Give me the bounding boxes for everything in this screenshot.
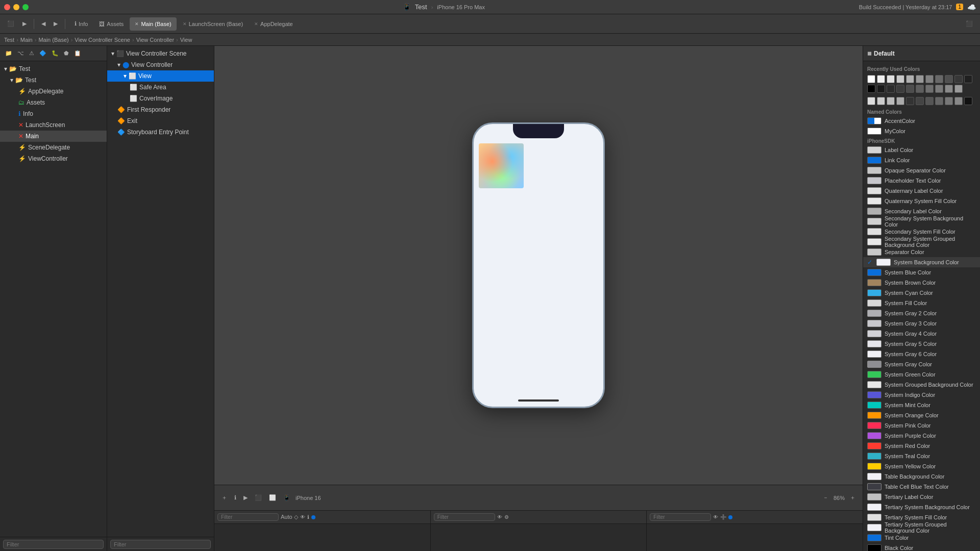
nav-filter-input[interactable]: [3, 540, 104, 549]
canvas-run-button[interactable]: ▶: [241, 493, 250, 502]
tab-appdelegate[interactable]: ✕ AppDelegate: [249, 17, 298, 31]
color-opaque-sep[interactable]: Opaque Separator Color: [863, 165, 980, 176]
swatch-row2-4[interactable]: [896, 97, 904, 105]
color-system-gray6[interactable]: System Gray 6 Color: [863, 349, 980, 359]
maximize-button[interactable]: [22, 4, 29, 10]
right-panel-btn1[interactable]: 👁: [713, 514, 718, 520]
color-tertiary-grouped-bg[interactable]: Tertiary System Grouped Background Color: [863, 522, 980, 533]
canvas-info-button[interactable]: ℹ: [232, 493, 238, 502]
color-system-mint[interactable]: System Mint Color: [863, 400, 980, 410]
swatch-black[interactable]: [867, 85, 875, 93]
swatch-row2-8[interactable]: [935, 97, 943, 105]
color-tertiary-bg[interactable]: Tertiary System Background Color: [863, 502, 980, 512]
color-label-color[interactable]: Label Color: [863, 145, 980, 155]
swatch-4[interactable]: [906, 75, 914, 83]
outline-exit[interactable]: 🔶 Exit: [107, 115, 214, 127]
outline-vc-scene[interactable]: ▾ ⬛ View Controller Scene: [107, 48, 214, 59]
mid-panel-btn2[interactable]: ⚙: [504, 514, 509, 520]
color-tertiary-fill[interactable]: Tertiary System Fill Color: [863, 512, 980, 522]
nav-item-appdelegate[interactable]: ⚡ AppDelegate: [0, 86, 107, 97]
nav-item-assets[interactable]: 🗂 Assets: [0, 97, 107, 108]
color-system-teal[interactable]: System Teal Color: [863, 451, 980, 461]
nav-item-viewcontroller[interactable]: ⚡ ViewController: [0, 153, 107, 164]
mid-panel-btn1[interactable]: 👁: [497, 514, 502, 520]
color-secondary-bg[interactable]: Secondary System Background Color: [863, 216, 980, 227]
swatch-row2-2[interactable]: [877, 97, 885, 105]
swatch-row2-5[interactable]: [906, 97, 914, 105]
outline-view[interactable]: ▾ ⬜ View: [107, 70, 214, 82]
tab-launchscreen[interactable]: ✕ LaunchScreen (Base): [178, 17, 248, 31]
swatch-row2-9[interactable]: [945, 97, 953, 105]
tab-close-icon-3[interactable]: ✕: [254, 21, 258, 27]
color-system-gray[interactable]: System Gray Color: [863, 359, 980, 369]
swatch-dark2[interactable]: [887, 85, 895, 93]
color-secondary-fill[interactable]: Secondary System Fill Color: [863, 227, 980, 237]
swatch-dark6[interactable]: [925, 85, 934, 93]
swatch-5[interactable]: [916, 75, 924, 83]
color-secondary-label[interactable]: Secondary Label Color: [863, 206, 980, 216]
zoom-in-button[interactable]: ＋: [848, 493, 857, 503]
color-system-gray3[interactable]: System Gray 3 Color: [863, 318, 980, 329]
swatch-white[interactable]: [867, 75, 875, 83]
right-panel-btn2[interactable]: ➕: [720, 514, 726, 520]
close-button[interactable]: [4, 4, 10, 10]
swatch-row2-6[interactable]: [916, 97, 924, 105]
color-system-yellow[interactable]: System Yellow Color: [863, 461, 980, 471]
color-tint[interactable]: Tint Color: [863, 533, 980, 543]
nav-breakpoint-icon[interactable]: ⬟: [62, 49, 71, 58]
color-separator[interactable]: Separator Color: [863, 247, 980, 257]
color-item-accent[interactable]: AccentColor: [863, 116, 980, 126]
color-system-green[interactable]: System Green Color: [863, 369, 980, 380]
color-system-blue[interactable]: System Blue Color: [863, 267, 980, 278]
swatch-row2-7[interactable]: [925, 97, 934, 105]
color-system-cyan[interactable]: System Cyan Color: [863, 288, 980, 298]
color-link-color[interactable]: Link Color: [863, 155, 980, 165]
swatch-dark3[interactable]: [896, 85, 904, 93]
color-quaternary-label[interactable]: Quaternary Label Color: [863, 186, 980, 196]
swatch-row2-3[interactable]: [887, 97, 895, 105]
mid-filter-input[interactable]: [434, 513, 495, 521]
canvas-stop-button[interactable]: ⬛: [253, 493, 264, 502]
nav-test-icon[interactable]: 🔷: [37, 49, 48, 58]
color-system-fill[interactable]: System Fill Color: [863, 298, 980, 308]
color-table-bg[interactable]: Table Background Color: [863, 471, 980, 482]
color-system-gray2[interactable]: System Gray 2 Color: [863, 308, 980, 318]
bc-view[interactable]: View: [180, 37, 192, 43]
color-item-mycolor[interactable]: MyColor: [863, 126, 980, 136]
tab-close-icon[interactable]: ✕: [135, 21, 139, 27]
canvas-layout-button[interactable]: ⬜: [267, 493, 278, 502]
swatch-7[interactable]: [935, 75, 943, 83]
color-system-purple[interactable]: System Purple Color: [863, 431, 980, 441]
color-system-brown[interactable]: System Brown Color: [863, 278, 980, 288]
color-placeholder-text[interactable]: Placeholder Text Color: [863, 176, 980, 186]
outline-entry-point[interactable]: 🔷 Storyboard Entry Point: [107, 127, 214, 138]
outline-filter-input[interactable]: [110, 540, 211, 549]
minimize-button[interactable]: [13, 4, 19, 10]
swatch-row2-1[interactable]: [867, 97, 875, 105]
swatch-10[interactable]: [964, 75, 972, 83]
canvas-add-button[interactable]: ＋: [219, 493, 229, 503]
bc-test[interactable]: Test: [4, 37, 14, 43]
swatch-row2-10[interactable]: [954, 97, 963, 105]
play-button[interactable]: ▶: [19, 19, 30, 29]
nav-item-launchscreen[interactable]: ✕ LaunchScreen: [0, 119, 107, 131]
color-table-cell-blue[interactable]: Table Cell Blue Text Color: [863, 482, 980, 492]
swatch-9[interactable]: [954, 75, 963, 83]
swatch-row2-11[interactable]: [964, 97, 972, 105]
color-system-grouped-bg[interactable]: System Grouped Background Color: [863, 380, 980, 390]
bc-vc[interactable]: View Controller: [136, 37, 174, 43]
tab-assets[interactable]: 🖼 Assets: [94, 17, 129, 31]
swatch-dark4[interactable]: [906, 85, 914, 93]
nav-project-root[interactable]: ▾ 📂 Test: [0, 63, 107, 74]
color-quaternary-fill[interactable]: Quaternary System Fill Color: [863, 196, 980, 206]
nav-report-icon[interactable]: 📋: [72, 49, 83, 58]
tab-close-icon-2[interactable]: ✕: [183, 21, 187, 27]
nav-item-main[interactable]: ✕ Main: [0, 131, 107, 142]
canvas-main[interactable]: →: [214, 46, 863, 485]
color-secondary-grouped-bg[interactable]: Secondary System Grouped Background Colo…: [863, 237, 980, 247]
outline-safearea[interactable]: ⬜ Safe Area: [107, 82, 214, 93]
nav-folder-icon[interactable]: 📁: [3, 49, 14, 58]
bc-main[interactable]: Main: [20, 37, 33, 43]
swatch-gray[interactable]: [935, 85, 943, 93]
color-tertiary-label[interactable]: Tertiary Label Color: [863, 492, 980, 502]
